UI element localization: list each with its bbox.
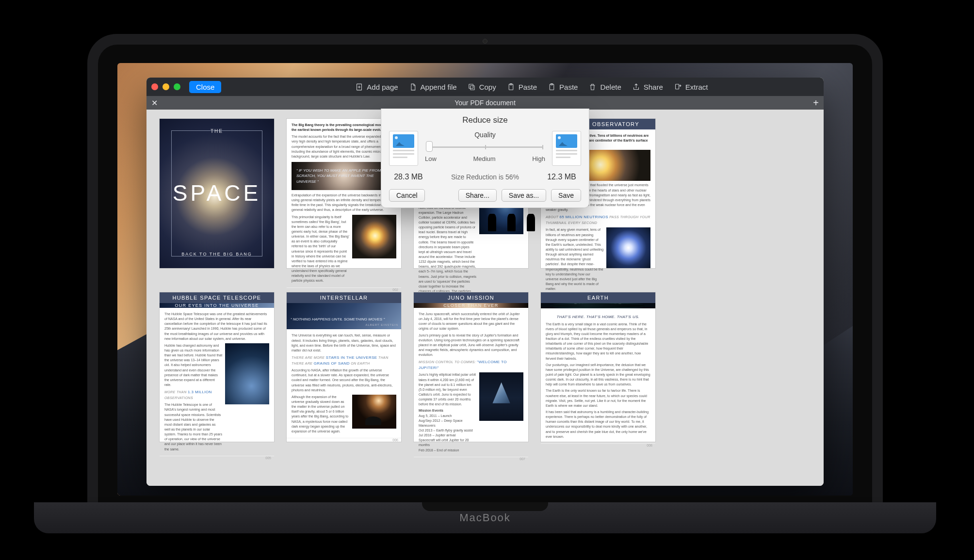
window-close-icon[interactable] <box>151 83 158 90</box>
label: Copy <box>479 83 496 91</box>
add-page-icon <box>355 83 363 91</box>
preview-before <box>389 131 418 166</box>
page-thumb-8[interactable]: EARTH PALE BLUE DOT THAT'S HERE. THAT'S … <box>540 292 656 442</box>
window-minimize-icon[interactable] <box>162 83 169 90</box>
quote: “ IF YOU WISH TO MAKE AN APPLE PIE FROM … <box>295 166 392 187</box>
slider-knob[interactable] <box>426 141 433 152</box>
text: This primordial singularity is itself so… <box>292 215 349 284</box>
close-button[interactable]: Close <box>189 81 221 93</box>
tool-paste-1[interactable]: Paste <box>507 83 537 91</box>
juno-image <box>479 372 523 421</box>
label: Append file <box>421 83 457 91</box>
cover-subtitle: BACK TO THE BIG BANG <box>167 252 266 260</box>
toolbar: Close Add page Append file <box>146 78 824 96</box>
close-tab-icon[interactable]: ✕ <box>151 98 158 108</box>
text: Hubble has changed astronomy and has giv… <box>164 343 222 387</box>
dishes-image <box>352 395 396 429</box>
hinge-notch <box>422 502 548 511</box>
copy-icon <box>468 83 476 91</box>
label: Delete <box>600 83 621 91</box>
laptop-frame: Close Add page Append file <box>87 34 883 519</box>
page-footer: 005 <box>160 456 274 460</box>
text: Although the expansion of the universe g… <box>292 395 349 434</box>
text: It has been said that astronomy is a hum… <box>546 410 650 439</box>
flare-image <box>606 227 650 268</box>
cancel-button[interactable]: Cancel <box>389 189 425 202</box>
page-header: INTERSTELLAR <box>287 292 401 303</box>
share-icon <box>632 83 640 91</box>
svg-rect-2 <box>469 84 473 88</box>
save-as-button[interactable]: Save as... <box>502 189 546 202</box>
tool-delete[interactable]: Delete <box>588 83 621 91</box>
tool-share[interactable]: Share <box>632 83 663 91</box>
text: The Hubble Space Telescope was one of th… <box>164 312 269 341</box>
size-after: 12.3 MB <box>542 173 581 181</box>
desktop-wallpaper: Close Add page Append file <box>117 63 853 496</box>
page-thumb-6[interactable]: INTERSTELLAR “ NOTHING HAPPENS UNTIL SOM… <box>286 292 402 442</box>
text: Our posturings, our imagined self-import… <box>546 363 650 387</box>
text: The Earth is the only world known so far… <box>546 388 650 408</box>
page-footer: 007 <box>414 457 528 461</box>
subhead: THAT'S HERE. THAT'S HOME. THAT'S US. <box>546 314 650 320</box>
tool-append-file[interactable]: Append file <box>409 83 457 91</box>
save-button[interactable]: Save <box>551 189 581 202</box>
extract-icon <box>674 83 682 91</box>
app-window: Close Add page Append file <box>146 78 824 486</box>
paste-icon <box>548 83 556 91</box>
size-before: 28.3 MB <box>389 173 428 181</box>
page-footer: 006 <box>287 438 401 442</box>
preview-thumb-icon <box>393 134 414 148</box>
text: The Hubble Telescope is one of NASA's lo… <box>164 402 222 451</box>
window-zoom-icon[interactable] <box>174 83 180 90</box>
document-title: Your PDF document <box>455 99 516 107</box>
page-header: HUBBLE SPACE TELESCOPE <box>160 292 274 303</box>
tool-add-page[interactable]: Add page <box>355 83 398 91</box>
quote: “ NOTHING HAPPENS UNTIL SOMETHING MOVES … <box>290 315 398 323</box>
quality-label: Quality <box>425 131 545 139</box>
preview-thumb-icon <box>556 134 577 148</box>
page-thumb-1[interactable]: THE SPACE BACK TO THE BIG BANG <box>159 118 275 269</box>
camera-dot <box>483 39 487 44</box>
trash-icon <box>588 83 597 91</box>
append-file-icon <box>409 83 417 91</box>
label: Paste <box>559 83 578 91</box>
laptop-deck: MacBook <box>34 502 936 533</box>
page-header: JUNO MISSION <box>414 292 528 303</box>
text: The Earth is a very small stage in a vas… <box>546 322 650 361</box>
thumb-row: HUBBLE SPACE TELESCOPE OUR EYES INTO THE… <box>159 292 811 442</box>
text: Juno's primary goal is to reveal the sto… <box>419 333 523 358</box>
tool-extract[interactable]: Extract <box>674 83 708 91</box>
svg-rect-1 <box>470 85 474 90</box>
hero-subtitle: CLOSER THAN EVER <box>443 303 498 308</box>
hero-subtitle: OUR EYES INTO THE UNIVERSE <box>175 303 259 308</box>
text: Aug 5, 2011 – Launch Aug/Sep 2012 – Deep… <box>419 414 476 453</box>
page-thumb-7[interactable]: JUNO MISSION CLOSER THAN EVER The Juno s… <box>413 292 529 442</box>
dialog-title: Reduce size <box>389 115 581 125</box>
label: Share <box>644 83 663 91</box>
sun-image <box>352 215 396 258</box>
reduction-text: Size Reduction is 56% <box>428 173 542 181</box>
share-button[interactable]: Share... <box>458 189 497 202</box>
label: Add page <box>367 83 398 91</box>
quality-slider[interactable] <box>427 142 543 152</box>
tool-paste-2[interactable]: Paste <box>548 83 578 91</box>
hubble-image <box>225 343 269 404</box>
credit: ALBERT EINSTEIN <box>290 323 398 326</box>
text: According to NASA, after inflation the g… <box>292 368 396 393</box>
page-footer: 008 <box>541 443 655 447</box>
text: The Juno spacecraft, which successfully … <box>419 312 523 332</box>
preview-after <box>552 131 581 166</box>
traffic-lights <box>151 83 180 90</box>
page-thumb-5[interactable]: HUBBLE SPACE TELESCOPE OUR EYES INTO THE… <box>159 292 275 442</box>
text: In fact, at any given moment, tens of bi… <box>546 227 603 291</box>
svg-rect-7 <box>675 84 679 89</box>
add-tab-icon[interactable]: + <box>813 97 819 109</box>
scale-low: Low <box>425 155 437 162</box>
text: Mission Events <box>419 408 476 413</box>
text: The Universe is everything we can touch,… <box>292 333 396 353</box>
page-footer: 002 <box>287 288 401 291</box>
cover-pre: THE <box>167 128 266 134</box>
tool-copy[interactable]: Copy <box>468 83 496 91</box>
scale-high: High <box>532 155 545 162</box>
hero-subtitle: PALE BLUE DOT <box>574 303 622 308</box>
